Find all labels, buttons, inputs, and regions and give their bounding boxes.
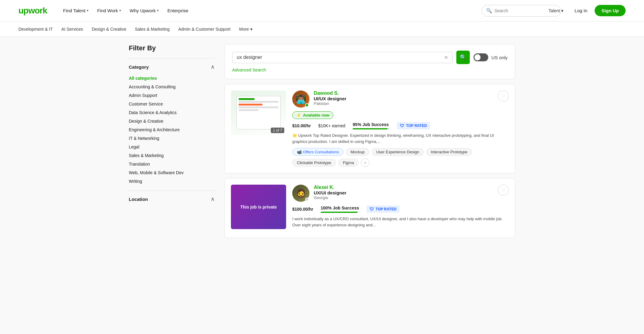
cat-ai-services[interactable]: AI Services — [61, 25, 83, 33]
private-job-label: This job is private — [231, 185, 286, 229]
mock-row — [239, 101, 278, 103]
category-it-networking[interactable]: IT & Networking — [129, 134, 215, 143]
avatar-wrap-2: 🧔 — [292, 185, 309, 202]
chevron-down-icon: ▾ — [119, 9, 121, 13]
chevron-down-icon: ▾ — [561, 8, 563, 13]
tag-clickable[interactable]: Clickable Prototype — [292, 159, 336, 167]
mock-screen — [236, 96, 281, 129]
favorite-button-1[interactable]: ♡ — [498, 90, 509, 102]
sidebar: Filter By Category ∧ All categories Acco… — [129, 44, 215, 243]
category-translation[interactable]: Translation — [129, 160, 215, 168]
login-button[interactable]: Log In — [571, 6, 591, 16]
cat-admin-support[interactable]: Admin & Customer Support — [178, 25, 230, 33]
description-1: 🌟 Upwork Top Rated Designer. Expertized … — [292, 132, 509, 144]
avatar-wrap-1: 👨🏽‍💻 — [292, 90, 309, 108]
chevron-up-icon: ∧ — [211, 63, 215, 70]
top-search-input[interactable] — [495, 8, 544, 13]
category-admin-support[interactable]: Admin Support — [129, 91, 215, 100]
us-only-toggle-wrap: US only — [473, 53, 508, 61]
shield-icon: 🛡 — [400, 123, 404, 128]
job-success-fill-2 — [321, 212, 358, 213]
category-customer-service[interactable]: Customer Service — [129, 100, 215, 108]
why-upwork-nav[interactable]: Why Upwork ▾ — [126, 6, 163, 16]
cat-design-creative[interactable]: Design & Creative — [92, 25, 126, 33]
freelancer-location-2: Georgia — [314, 195, 509, 200]
signup-button[interactable]: Sign Up — [595, 5, 626, 16]
us-only-toggle[interactable] — [473, 53, 488, 61]
more-categories[interactable]: More ▾ — [239, 27, 252, 32]
category-list: All categories Accounting & Consulting A… — [129, 74, 215, 186]
description-2: I work individually as a UX/CRO consulta… — [292, 216, 509, 228]
freelancer-name-1[interactable]: Dawood S. — [314, 90, 509, 96]
enterprise-nav[interactable]: Enterprise — [164, 6, 192, 16]
chevron-down-icon: ▾ — [250, 27, 252, 32]
offline-indicator — [305, 198, 309, 201]
category-section-header[interactable]: Category ∧ — [129, 63, 215, 70]
tag-interactive[interactable]: Interactive Prototype — [426, 148, 472, 156]
us-only-label: US only — [491, 55, 508, 60]
chevron-up-icon: ∧ — [211, 196, 215, 202]
mock-row — [239, 98, 255, 100]
search-submit-button[interactable]: 🔍 — [456, 51, 470, 64]
freelancer-header-1: 👨🏽‍💻 Dawood S. UI/UX designer Pakistan — [292, 90, 509, 108]
more-tags-arrow[interactable]: › — [361, 158, 370, 167]
card-thumbnail-2[interactable]: This job is private — [231, 185, 286, 229]
job-success-2: 100% Job Success — [321, 205, 359, 213]
card-inner-2: This job is private 🧔 Alexei K. UX/UI de… — [225, 179, 515, 238]
category-all[interactable]: All categories — [129, 74, 215, 83]
top-search-bar[interactable]: 🔍 Talent ▾ — [481, 5, 561, 17]
tag-mockup[interactable]: Mockup — [346, 148, 369, 156]
tag-consult[interactable]: 📹 Offers Consultations — [292, 148, 343, 156]
stats-row-2: $100.00/hr 100% Job Success 🛡 TOP RATED — [292, 205, 509, 213]
search-input[interactable] — [237, 55, 442, 60]
content-area: ✕ 🔍 US only Advanced Search — [224, 44, 515, 243]
category-accounting[interactable]: Accounting & Consulting — [129, 83, 215, 91]
image-counter: 1 of 7 — [271, 128, 284, 133]
filter-title: Filter By — [129, 44, 215, 52]
freelancer-info-1: Dawood S. UI/UX designer Pakistan — [314, 90, 509, 106]
advanced-search-link[interactable]: Advanced Search — [232, 67, 266, 72]
available-badge-1: ⚡ Available now — [292, 111, 333, 119]
online-indicator — [305, 103, 309, 107]
freelancer-name-2[interactable]: Alexei K. — [314, 185, 509, 190]
chevron-down-icon: ▾ — [87, 9, 89, 13]
card-thumbnail-1[interactable]: 1 of 7 — [231, 90, 286, 135]
find-talent-nav[interactable]: Find Talent ▾ — [59, 6, 92, 16]
cat-development-it[interactable]: Development & IT — [18, 25, 53, 33]
mock-row — [239, 106, 278, 108]
upwork-logo[interactable]: upwork — [18, 6, 47, 16]
find-work-nav[interactable]: Find Work ▾ — [94, 6, 125, 16]
rate-1: $10.00/hr — [292, 123, 311, 128]
freelancer-card-2: This job is private 🧔 Alexei K. UX/UI de… — [224, 178, 515, 238]
chevron-down-icon: ▾ — [157, 9, 159, 13]
nav-links: Find Talent ▾ Find Work ▾ Why Upwork ▾ E… — [59, 6, 472, 16]
main-layout: Filter By Category ∧ All categories Acco… — [110, 37, 534, 250]
tag-figma[interactable]: Figma — [338, 159, 358, 167]
clear-search-button[interactable]: ✕ — [444, 55, 448, 60]
cat-sales-marketing[interactable]: Sales & Marketing — [135, 25, 170, 33]
category-sales-marketing[interactable]: Sales & Marketing — [129, 151, 215, 160]
category-web-mobile[interactable]: Web, Mobile & Software Dev — [129, 168, 215, 177]
job-success-bar-2 — [321, 212, 358, 213]
category-bar: Development & IT AI Services Design & Cr… — [0, 21, 644, 37]
mock-row — [239, 109, 259, 111]
freelancer-title-2: UX/UI designer — [314, 190, 509, 195]
category-data-science[interactable]: Data Science & Analytics — [129, 108, 215, 117]
category-writing[interactable]: Writing — [129, 177, 215, 186]
category-filter-section: Category ∧ All categories Accounting & C… — [129, 58, 215, 190]
category-design-creative[interactable]: Design & Creative — [129, 117, 215, 125]
location-section-header[interactable]: Location ∧ — [129, 196, 215, 202]
category-legal[interactable]: Legal — [129, 143, 215, 151]
freelancer-info-2: Alexei K. UX/UI designer Georgia — [314, 185, 509, 200]
freelancer-header-2: 🧔 Alexei K. UX/UI designer Georgia — [292, 185, 509, 202]
talent-dropdown[interactable]: Talent ▾ — [546, 7, 566, 14]
category-engineering[interactable]: Engineering & Architecture — [129, 125, 215, 134]
search-input-wrap: ✕ — [232, 52, 453, 63]
card-inner-1: 1 of 7 👨🏽‍💻 Dawood S. UI/UX designer — [225, 84, 515, 173]
search-icon: 🔍 — [486, 8, 492, 13]
tag-ux-design[interactable]: User Experience Design — [372, 148, 424, 156]
card-body-2: 🧔 Alexei K. UX/UI designer Georgia $100 — [292, 185, 509, 232]
shield-icon-2: 🛡 — [370, 207, 374, 212]
search-panel: ✕ 🔍 US only Advanced Search — [224, 44, 515, 79]
favorite-button-2[interactable]: ♡ — [498, 185, 509, 196]
